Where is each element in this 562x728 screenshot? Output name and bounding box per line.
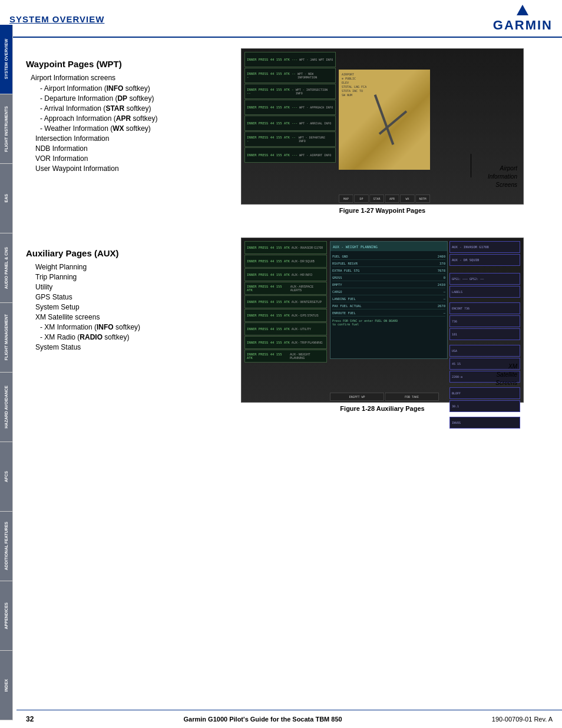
sidebar-item-label: FLIGHT INSTRUMENTS <box>3 104 10 154</box>
sidebar-item-audio-panel[interactable]: AUDIO PANEL & CNS <box>0 233 12 303</box>
footer-part-number: 190-00709-01 Rev. A <box>492 716 553 723</box>
sidebar-item-flight-management[interactable]: FLIGHT MANAGEMENT <box>0 303 12 373</box>
softkey-map[interactable]: MAP <box>339 195 353 203</box>
aux-row-empty: EMPTY2430 <box>332 281 445 288</box>
plain-vor-info: VOR Information <box>35 154 203 163</box>
aux-screen-winter-setup: INNER PRESS 44 155 ATK AUX - WINTERSETUP <box>244 295 327 308</box>
aux-screen-utility: INNER PRESS 44 155 ATK AUX - UTILITY <box>244 322 327 335</box>
wpt-softkey-bar: MAP DP STAR APR WX NOTM <box>339 195 430 203</box>
wpt-screenshot: INNER PRESS 44 155 ATK --- WPT - JARS WP… <box>241 48 524 205</box>
sidebar-item-appendices[interactable]: APPENDICES <box>0 581 12 651</box>
aux-screenshot: INNER PRESS 44 155 ATK AUX - INVASOR G17… <box>241 238 524 403</box>
aux-row-gross: GROSS0 <box>332 274 445 281</box>
wpt-screen-intersection: INNER PRESS 44 155 ATK --- WPT - INTERSE… <box>244 84 336 99</box>
sidebar-item-eas[interactable]: EAS <box>0 164 12 233</box>
plain-trip-planning: Trip Planning <box>35 273 203 281</box>
footer-document-title: Garmin G1000 Pilot's Guide for the Socat… <box>184 716 342 723</box>
xm-callout-label: XM Satellite Screens <box>495 363 517 387</box>
rps-gps-status: ENCONT 736 <box>449 302 520 314</box>
sidebar-item-label: AUDIO PANEL & CNS <box>3 245 10 291</box>
garmin-triangle-icon <box>517 5 528 15</box>
aux-screen-airspace: INNER PRESS 44 155 ATK AUX - AIRSPACE AL… <box>244 282 327 295</box>
aux-softkey-bar: ENGPFT WP FOB TAKE <box>330 393 439 401</box>
auxiliary-heading: Auxiliary Pages (AUX) <box>26 248 203 258</box>
bullet-weather-info: - Weather Information (WX softkey) <box>40 124 203 133</box>
garmin-logo: GARMIN <box>493 5 553 33</box>
wpt-screen-airport: INNER PRESS 44 155 ATK --- WPT - AIRPORT… <box>244 147 336 163</box>
waypoint-content: Airport Information screens - Airport In… <box>31 74 203 173</box>
rps-fuel-planning: 181 <box>449 328 520 340</box>
aux-main-screen: AUX - WEIGHT PLANNING FUEL GND2400 RSVFU… <box>330 241 448 359</box>
softkey-dp: DP <box>117 94 127 103</box>
sidebar-item-additional-features[interactable]: ADDITIONAL FEATURES <box>0 512 12 581</box>
softkey-star: STAR <box>105 104 124 113</box>
bullet-xm-radio: - XM Radio (RADIO softkey) <box>40 333 203 341</box>
aux-softkey-fob[interactable]: FOB TAKE <box>385 393 439 401</box>
rps-utility: 736 <box>449 315 520 327</box>
softkey-star2[interactable]: STAR <box>369 195 384 203</box>
softkey-notm[interactable]: NOTM <box>415 195 430 203</box>
sidebar-item-label: EAS <box>3 192 10 205</box>
sidebar: SYSTEM OVERVIEW FLIGHT INSTRUMENTS EAS A… <box>0 25 13 720</box>
aux-screen-body: FUEL GND2400 RSVFUEL RESVR370 EXTRA FUEL… <box>330 251 447 328</box>
softkey-wx: WX <box>113 124 124 133</box>
rps-labels: LABELS <box>449 286 520 298</box>
plain-utility: Utility <box>35 283 203 291</box>
waypoint-heading: Waypoint Pages (WPT) <box>26 59 203 69</box>
plain-system-setup: System Setup <box>35 303 203 311</box>
aux-row-cargo: CARGO— <box>332 288 445 295</box>
bullet-departure-info: - Departure Information (DP softkey) <box>40 94 203 103</box>
aux-softkey-eng[interactable]: ENGPFT WP <box>330 393 384 401</box>
softkey-info: INFO <box>107 84 124 93</box>
page-header: SYSTEM OVERVIEW GARMIN <box>0 0 562 38</box>
rps-invasor: AUX - INVASOR G1708 <box>449 241 520 253</box>
aux-screen-note: Press FOR SYNC or enter FUEL ON BOARDto … <box>332 319 445 326</box>
aux-screens-list: INNER PRESS 44 155 ATK AUX - INVASOR G17… <box>244 241 327 363</box>
plain-user-waypoint-info: User Waypoint Information <box>35 164 203 173</box>
aux-screen-gps-status: INNER PRESS 44 155 ATK AUX - GPS STATUS <box>244 309 327 322</box>
aux-screen-dr-squib: INNER PRESS 44 155 ATK AUX - DR SQUIB <box>244 255 327 268</box>
sidebar-item-label: SYSTEM OVERVIEW <box>3 37 10 81</box>
page-title: SYSTEM OVERVIEW <box>9 14 104 24</box>
bullet-approach-info: - Approach Information (APR softkey) <box>40 114 203 123</box>
sidebar-item-label: AFCS <box>3 469 10 485</box>
plain-system-status: System Status <box>35 343 203 351</box>
sidebar-item-index[interactable]: INDEX <box>0 651 12 720</box>
bullet-arrival-info: - Arrival Information (STAR softkey) <box>40 104 203 113</box>
sidebar-item-label: FLIGHT MANAGEMENT <box>3 312 10 363</box>
aux-row-fuel-extra: EXTRA FUEL STG7678 <box>332 267 445 274</box>
wpt-screen-wpt-info: INNER PRESS 44 155 ATK --- WPT - JARS WP… <box>244 52 336 67</box>
aux-right-panels: AUX - INVASOR G1708 AUX - DR SQUIB GPS1:… <box>449 241 520 429</box>
callout-line <box>471 154 471 177</box>
sidebar-item-hazard-avoidance[interactable]: HAZARD AVOIDANCE <box>0 373 12 442</box>
bullet-xm-information: - XM Information (INFO softkey) <box>40 323 203 331</box>
garmin-logo-text: GARMIN <box>493 18 553 33</box>
softkey-wx2[interactable]: WX <box>400 195 415 203</box>
aux-row-fuel-gnd: FUEL GND2400 <box>332 253 445 260</box>
softkey-apr2[interactable]: APR <box>385 195 399 203</box>
nav-map-display: AIRPORT ⊕ PUBLIC ELEV STOTAL LNG FCA STO… <box>339 70 430 170</box>
footer-page-number: 32 <box>26 715 34 723</box>
sidebar-item-flight-instruments[interactable]: FLIGHT INSTRUMENTS <box>0 94 12 164</box>
airport-info-intro: Airport Information screens <box>31 74 203 82</box>
airport-callout-label: Airport Information Screens <box>488 164 517 189</box>
aux-row-pax: PAX FUEL ACTUAL2670 <box>332 302 445 309</box>
sidebar-item-label: HAZARD AVOIDANCE <box>3 383 10 431</box>
section-spacer <box>26 214 553 233</box>
auxiliary-text: Auxiliary Pages (AUX) Weight Planning Tr… <box>26 238 203 351</box>
softkey-dp2[interactable]: DP <box>354 195 369 203</box>
plain-gps-status: GPS Status <box>35 293 203 301</box>
plain-weight-planning: Weight Planning <box>35 263 203 271</box>
auxiliary-figure: INNER PRESS 44 155 ATK AUX - INVASOR G17… <box>212 238 553 412</box>
rps-invos: INVOS <box>449 417 520 429</box>
sidebar-item-afcs[interactable]: AFCS <box>0 442 12 512</box>
rps-301: 30.1 <box>449 400 520 412</box>
softkey-info-xm: INFO <box>97 323 114 331</box>
waypoint-text: Waypoint Pages (WPT) Airport Information… <box>26 48 203 173</box>
softkey-radio: RADIO <box>80 333 103 341</box>
main-content: Waypoint Pages (WPT) Airport Information… <box>16 48 562 412</box>
sidebar-item-system-overview[interactable]: SYSTEM OVERVIEW <box>0 25 12 94</box>
aux-screen-invasor: INNER PRESS 44 155 ATK AUX - INVASOR G17… <box>244 241 327 254</box>
rps-dr-squib: AUX - DR SQUIB <box>449 254 520 266</box>
plain-intersection-info: Intersection Information <box>35 134 203 143</box>
